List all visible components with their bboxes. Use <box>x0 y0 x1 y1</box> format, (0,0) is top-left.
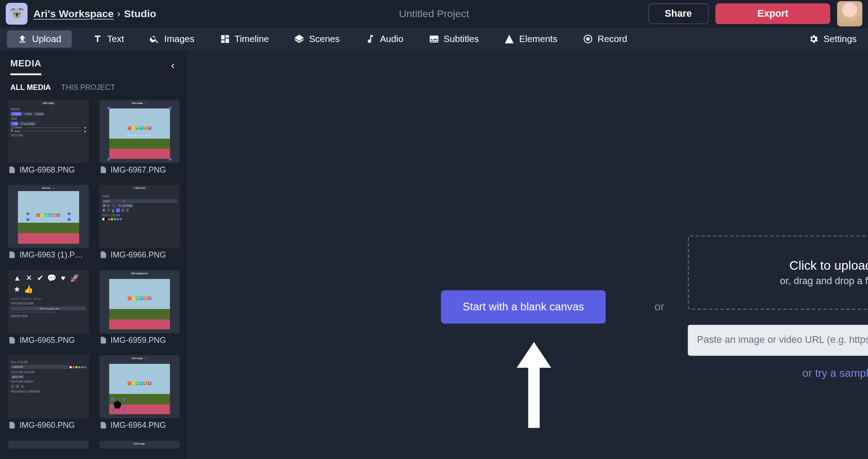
svg-point-1 <box>586 37 590 41</box>
or-separator: or <box>655 300 664 313</box>
elements-label: Elements <box>519 34 557 44</box>
media-filename: IMG-6964.PNG <box>110 421 166 430</box>
file-icon <box>8 251 16 259</box>
upload-sub-text: or, drag and drop a file here <box>780 276 868 287</box>
arrow-up-icon <box>517 342 551 428</box>
section-label: Studio <box>124 8 156 20</box>
scenes-tool[interactable]: Scenes <box>290 32 344 47</box>
timeline-tool[interactable]: Timeline <box>215 32 274 47</box>
media-filename: IMG-6966.PNG <box>110 250 166 259</box>
text-label: Text <box>107 34 124 44</box>
search-icon <box>149 34 160 44</box>
file-icon <box>99 251 107 259</box>
media-item[interactable]: Edit image ⋮ SUMMER m e m o r i e s IMG-… <box>99 100 179 182</box>
url-input[interactable] <box>688 325 868 356</box>
share-button[interactable]: Share <box>648 4 709 24</box>
layers-icon <box>294 34 305 44</box>
media-filename: IMG-6968.PNG <box>19 165 75 174</box>
media-item[interactable]: Edit shape ⋮ SUMMER IMG-6964.PNG <box>99 355 179 437</box>
media-item[interactable]: Edit image <box>99 440 179 449</box>
breadcrumb-separator: › <box>117 8 121 20</box>
breadcrumb: Ari's Workspace › Studio <box>33 8 156 20</box>
media-sidebar: MEDIA ALL MEDIA THIS PROJECT Edit image … <box>0 51 189 459</box>
subtitles-tool[interactable]: Subtitles <box>424 32 483 47</box>
media-item[interactable]: ✎ Edit Text FONT Lemon ▾ 28 ▾↔☐ Lock Rat… <box>99 185 179 267</box>
music-note-icon <box>365 34 375 44</box>
file-icon <box>8 336 16 344</box>
file-icon <box>99 421 107 429</box>
upload-main-text: Click to upload <box>789 258 868 273</box>
media-filename: IMG-6967.PNG <box>110 165 166 174</box>
project-title[interactable]: Untitled Project <box>399 8 469 20</box>
file-icon <box>99 336 107 344</box>
timeline-icon <box>220 34 230 44</box>
audio-label: Audio <box>380 34 403 44</box>
audio-tool[interactable]: Audio <box>360 32 408 47</box>
settings-label: Settings <box>823 34 856 44</box>
start-blank-canvas-button[interactable]: Start with a blank canvas <box>441 290 606 324</box>
top-bar: 🐨 Ari's Workspace › Studio Untitled Proj… <box>0 0 868 28</box>
upload-label: Upload <box>32 34 61 44</box>
subtitles-label: Subtitles <box>443 34 479 44</box>
subtitles-icon <box>429 34 439 44</box>
gear-icon <box>808 34 819 44</box>
export-button[interactable]: Export <box>715 4 830 24</box>
media-filename: IMG-6965.PNG <box>19 336 75 345</box>
shapes-icon <box>504 34 514 44</box>
text-tool[interactable]: Text <box>88 32 129 47</box>
elements-tool[interactable]: Elements <box>500 32 562 47</box>
file-icon <box>8 421 16 429</box>
media-item[interactable]: Edit text ⋮ SUMMER IMG-6963 (1).P… <box>8 185 89 267</box>
upload-dropzone[interactable]: Click to upload or, drag and drop a file… <box>688 235 868 310</box>
user-avatar[interactable] <box>837 1 863 27</box>
media-item[interactable]: ▲✕✔💬♥🚀★👍 more coming soon PROGRESS BAR +… <box>8 270 89 352</box>
file-icon <box>8 166 16 174</box>
chevron-left-icon <box>168 61 177 70</box>
settings-tool[interactable]: Settings <box>804 32 861 47</box>
record-tool[interactable]: Record <box>578 32 632 47</box>
images-label: Images <box>164 34 194 44</box>
record-label: Record <box>598 34 627 44</box>
media-item[interactable] <box>8 440 89 449</box>
try-sample-link[interactable]: or try a sample! <box>688 367 868 380</box>
images-tool[interactable]: Images <box>145 32 199 47</box>
media-item[interactable]: Edit background SUMMER IMG-6959.PNG <box>99 270 179 352</box>
timeline-label: Timeline <box>235 34 269 44</box>
workspace-logo[interactable]: 🐨 <box>6 3 28 24</box>
media-filename: IMG-6963 (1).P… <box>19 250 83 259</box>
media-filename: IMG-6960.PNG <box>19 421 75 430</box>
toolbar: Upload Text Images Timeline Scenes Audio… <box>0 28 868 51</box>
collapse-sidebar-button[interactable] <box>168 61 177 72</box>
media-filename: IMG-6959.PNG <box>110 336 166 345</box>
text-icon <box>92 34 103 44</box>
tab-this-project[interactable]: THIS PROJECT <box>61 83 115 92</box>
media-grid[interactable]: Edit image IMAGE ⤢ Adjust✂ Crop◇ Erase S… <box>0 96 188 459</box>
tab-all-media[interactable]: ALL MEDIA <box>10 83 51 92</box>
record-icon <box>583 34 593 44</box>
file-icon <box>99 166 107 174</box>
upload-button[interactable]: Upload <box>7 30 71 47</box>
sidebar-title: MEDIA <box>10 59 42 75</box>
workspace-link[interactable]: Ari's Workspace <box>33 8 114 20</box>
upload-icon <box>17 34 28 44</box>
media-item[interactable]: Edit image IMAGE ⤢ Adjust✂ Crop◇ Erase S… <box>8 100 89 182</box>
media-item[interactable]: FILL COLOR ● #000000 OUTLINE COLOR ◉ No … <box>8 355 89 437</box>
scenes-label: Scenes <box>309 34 340 44</box>
canvas-area: Start with a blank canvas or Click to up… <box>189 51 868 459</box>
